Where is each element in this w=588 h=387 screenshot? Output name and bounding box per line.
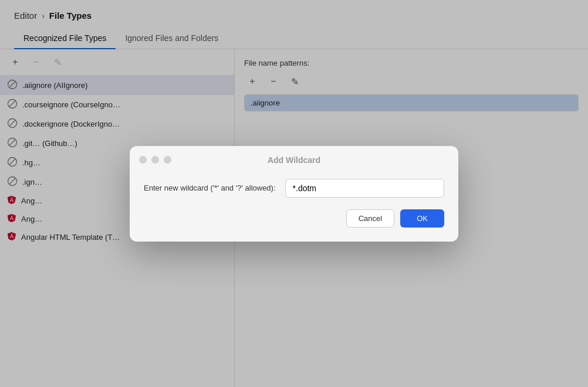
ok-button[interactable]: OK [400, 209, 444, 228]
wildcard-input[interactable] [285, 179, 444, 198]
dialog-title: Add Wildcard [268, 155, 320, 165]
dialog-titlebar: Add Wildcard [130, 146, 458, 169]
traffic-lights [139, 156, 171, 164]
minimize-window-button[interactable] [151, 156, 159, 164]
close-window-button[interactable] [139, 156, 147, 164]
dialog-input-row: Enter new wildcard ('*' and '?' allowed)… [144, 179, 444, 198]
maximize-window-button[interactable] [164, 156, 171, 164]
wildcard-input-label: Enter new wildcard ('*' and '?' allowed)… [144, 184, 276, 192]
dialog-body: Enter new wildcard ('*' and '?' allowed)… [130, 169, 458, 242]
cancel-button[interactable]: Cancel [346, 209, 394, 228]
add-wildcard-dialog: Add Wildcard Enter new wildcard ('*' and… [130, 146, 458, 242]
modal-overlay: Add Wildcard Enter new wildcard ('*' and… [0, 0, 588, 387]
dialog-buttons: Cancel OK [144, 209, 444, 228]
